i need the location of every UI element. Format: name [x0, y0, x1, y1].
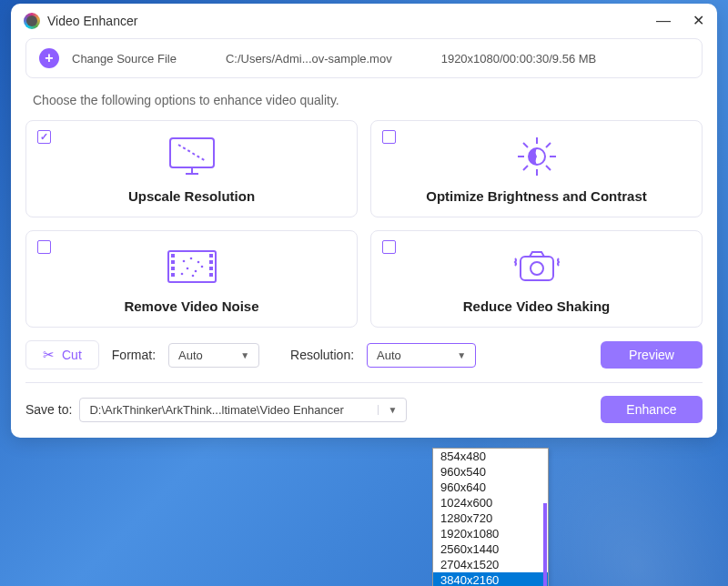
save-to-label: Save to:	[25, 402, 72, 417]
titlebar: Video Enhancer — ✕	[11, 4, 717, 38]
save-row: Save to: D:\ArkThinker\ArkThink...ltimat…	[25, 396, 703, 423]
window-controls: — ✕	[656, 14, 704, 28]
svg-point-24	[197, 261, 199, 264]
resolution-option[interactable]: 2704x1520	[433, 557, 548, 572]
option-stabilize[interactable]: Reduce Video Shaking	[370, 230, 703, 328]
filmstrip-icon	[166, 244, 218, 289]
svg-rect-15	[171, 260, 175, 264]
resolution-option[interactable]: 960x540	[433, 464, 548, 480]
window-title: Video Enhancer	[47, 14, 137, 28]
option-brightness-title: Optimize Brightness and Contrast	[426, 188, 647, 204]
svg-rect-19	[209, 260, 213, 264]
option-upscale[interactable]: Upscale Resolution	[25, 120, 358, 217]
instruction-text: Choose the following options to enhance …	[33, 93, 703, 107]
svg-point-29	[191, 275, 194, 278]
source-file-row: + Change Source File C:/Users/Admi...ov-…	[25, 38, 703, 78]
camera-shake-icon	[510, 244, 564, 289]
svg-line-11	[546, 143, 551, 147]
svg-point-26	[194, 270, 197, 273]
resolution-option[interactable]: 960x640	[433, 480, 548, 495]
preview-button[interactable]: Preview	[601, 341, 703, 369]
resolution-option[interactable]: 1280x720	[433, 510, 548, 526]
enhance-button[interactable]: Enhance	[601, 396, 703, 423]
source-meta: 1920x1080/00:00:30/9.56 MB	[441, 52, 597, 66]
chevron-down-icon: ▼	[457, 350, 466, 360]
checkbox-upscale[interactable]	[37, 130, 51, 144]
svg-point-27	[200, 266, 203, 268]
svg-line-1	[178, 145, 206, 161]
option-denoise[interactable]: Remove Video Noise	[25, 230, 358, 328]
source-path: C:/Users/Admi...ov-sample.mov	[226, 52, 392, 66]
svg-rect-13	[168, 251, 216, 282]
format-select[interactable]: Auto ▼	[168, 343, 259, 368]
minimize-button[interactable]: —	[656, 14, 671, 28]
controls-row: ✂ Cut Format: Auto ▼ Resolution: Auto ▼ …	[25, 340, 703, 369]
resolution-select[interactable]: Auto ▼	[367, 343, 476, 368]
divider	[25, 382, 703, 383]
chevron-down-icon: ▼	[240, 350, 249, 360]
resolution-option[interactable]: 3840x2160	[433, 572, 548, 586]
svg-line-9	[523, 143, 528, 147]
svg-rect-14	[171, 254, 175, 258]
option-denoise-title: Remove Video Noise	[124, 298, 258, 314]
svg-rect-21	[209, 273, 213, 277]
resolution-value: Auto	[377, 349, 401, 362]
content-area: + Change Source File C:/Users/Admi...ov-…	[11, 38, 717, 438]
svg-rect-17	[171, 273, 175, 277]
svg-rect-0	[170, 138, 214, 167]
svg-rect-16	[171, 267, 175, 270]
sun-icon	[514, 134, 560, 179]
scissors-icon: ✂	[43, 347, 55, 363]
svg-point-31	[531, 262, 543, 275]
options-grid: Upscale Resolution Optimize Brightness a…	[25, 120, 703, 328]
svg-point-25	[186, 268, 188, 270]
save-path-select[interactable]: D:\ArkThinker\ArkThink...ltimate\Video E…	[79, 398, 407, 422]
close-button[interactable]: ✕	[693, 14, 704, 28]
option-brightness[interactable]: Optimize Brightness and Contrast	[370, 120, 703, 217]
svg-rect-20	[209, 267, 213, 270]
resolution-label: Resolution:	[290, 348, 354, 362]
svg-rect-18	[209, 254, 213, 258]
cut-label: Cut	[62, 348, 82, 362]
chevron-down-icon: ▼	[378, 405, 397, 415]
checkbox-brightness[interactable]	[382, 130, 396, 144]
svg-point-28	[180, 273, 183, 276]
svg-rect-30	[521, 257, 553, 280]
resolution-dropdown-list: 854x480960x540960x6401024x6001280x720192…	[432, 448, 549, 586]
svg-line-12	[523, 166, 528, 170]
svg-point-22	[182, 260, 185, 263]
cut-button[interactable]: ✂ Cut	[25, 340, 99, 369]
svg-point-23	[189, 258, 192, 260]
checkbox-stabilize[interactable]	[382, 240, 396, 254]
resolution-option[interactable]: 854x480	[433, 449, 548, 464]
app-window: Video Enhancer — ✕ + Change Source File …	[11, 4, 717, 438]
save-path-value: D:\ArkThinker\ArkThink...ltimate\Video E…	[89, 403, 343, 417]
monitor-icon	[167, 134, 217, 179]
format-label: Format:	[112, 348, 156, 362]
checkbox-denoise[interactable]	[37, 240, 51, 254]
format-value: Auto	[178, 349, 203, 362]
resolution-option[interactable]: 1024x600	[433, 495, 548, 510]
svg-line-10	[546, 166, 551, 170]
change-source-button[interactable]: Change Source File	[72, 52, 177, 66]
option-stabilize-title: Reduce Video Shaking	[463, 298, 610, 314]
resolution-option[interactable]: 1920x1080	[433, 526, 548, 541]
option-upscale-title: Upscale Resolution	[128, 188, 255, 204]
add-icon[interactable]: +	[39, 48, 59, 68]
app-icon	[24, 13, 40, 29]
resolution-option[interactable]: 2560x1440	[433, 541, 548, 557]
